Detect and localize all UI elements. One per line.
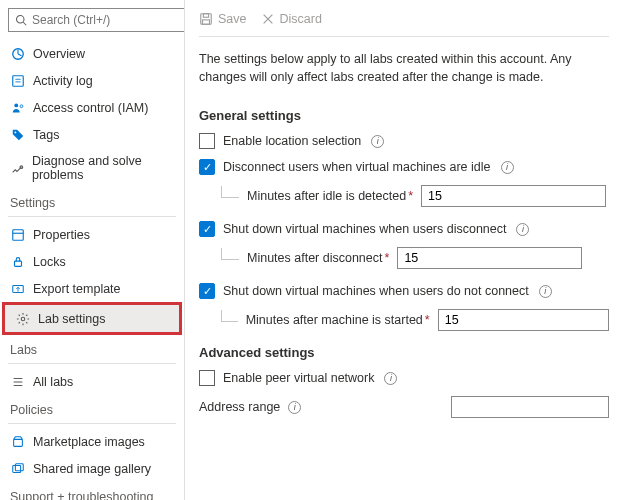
svg-rect-12 — [14, 261, 21, 266]
svg-rect-19 — [12, 465, 20, 472]
svg-rect-24 — [203, 14, 208, 18]
svg-line-1 — [23, 22, 26, 25]
info-icon[interactable]: i — [288, 401, 301, 414]
shutdown-disconnect-label: Shut down virtual machines when users di… — [223, 222, 506, 236]
shutdown-noconnect-label: Shut down virtual machines when users do… — [223, 284, 529, 298]
tags-icon — [10, 127, 25, 142]
svg-point-7 — [20, 104, 23, 107]
discard-button[interactable]: Discard — [261, 12, 322, 26]
sidebar-item-locks[interactable]: Locks — [0, 248, 184, 275]
sidebar-item-access-control[interactable]: Access control (IAM) — [0, 94, 184, 121]
nav-label: Diagnose and solve problems — [32, 154, 174, 182]
idle-minutes-input[interactable] — [421, 185, 606, 207]
svg-rect-10 — [12, 229, 23, 240]
disconnect-idle-checkbox[interactable]: ✓ — [199, 159, 215, 175]
disconnect-minutes-label: Minutes after disconnect — [247, 251, 383, 265]
nav-label: Properties — [33, 228, 90, 242]
svg-point-6 — [14, 103, 18, 107]
disconnect-minutes-input[interactable] — [397, 247, 582, 269]
svg-point-8 — [14, 131, 16, 133]
gallery-icon — [10, 461, 25, 476]
nav-label: Access control (IAM) — [33, 101, 148, 115]
nav-label: Overview — [33, 47, 85, 61]
sidebar-item-export-template[interactable]: Export template — [0, 275, 184, 302]
info-icon[interactable]: i — [501, 161, 514, 174]
info-icon[interactable]: i — [539, 285, 552, 298]
overview-icon — [10, 46, 25, 61]
save-icon — [199, 12, 213, 26]
save-button[interactable]: Save — [199, 12, 247, 26]
enable-location-checkbox[interactable] — [199, 133, 215, 149]
settings-description: The settings below apply to all labs cre… — [199, 37, 609, 104]
save-label: Save — [218, 12, 247, 26]
noconnect-minutes-input[interactable] — [438, 309, 609, 331]
search-box[interactable] — [8, 8, 185, 32]
enable-location-label: Enable location selection — [223, 134, 361, 148]
sidebar-item-all-labs[interactable]: All labs — [0, 368, 184, 395]
advanced-settings-title: Advanced settings — [199, 345, 609, 360]
nav-label: Activity log — [33, 74, 93, 88]
access-control-icon — [10, 100, 25, 115]
address-range-label: Address range — [199, 400, 280, 414]
sidebar-item-activity-log[interactable]: Activity log — [0, 67, 184, 94]
export-icon — [10, 281, 25, 296]
svg-rect-3 — [12, 75, 23, 86]
marketplace-icon — [10, 434, 25, 449]
sidebar-section-support: Support + troubleshooting — [0, 482, 184, 500]
diagnose-icon — [10, 161, 24, 176]
svg-rect-20 — [15, 463, 23, 470]
address-range-input[interactable] — [451, 396, 609, 418]
activity-log-icon — [10, 73, 25, 88]
main-panel: Save Discard The settings below apply to… — [185, 0, 623, 500]
nav-label: All labs — [33, 375, 73, 389]
properties-icon — [10, 227, 25, 242]
info-icon[interactable]: i — [516, 223, 529, 236]
general-settings-title: General settings — [199, 108, 609, 123]
disconnect-idle-label: Disconnect users when virtual machines a… — [223, 160, 491, 174]
nav-label: Tags — [33, 128, 59, 142]
info-icon[interactable]: i — [371, 135, 384, 148]
shutdown-noconnect-checkbox[interactable]: ✓ — [199, 283, 215, 299]
svg-point-14 — [21, 317, 25, 321]
sidebar-item-diagnose[interactable]: Diagnose and solve problems — [0, 148, 184, 188]
idle-minutes-label: Minutes after idle is detected — [247, 189, 406, 203]
sidebar-section-policies: Policies — [0, 395, 184, 421]
sidebar-item-marketplace-images[interactable]: Marketplace images — [0, 428, 184, 455]
svg-point-0 — [16, 16, 24, 24]
search-icon — [13, 13, 28, 28]
svg-rect-25 — [203, 20, 210, 24]
sidebar-section-labs: Labs — [0, 335, 184, 361]
nav-label: Export template — [33, 282, 121, 296]
noconnect-minutes-label: Minutes after machine is started — [246, 313, 423, 327]
sidebar-section-settings: Settings — [0, 188, 184, 214]
discard-label: Discard — [280, 12, 322, 26]
svg-rect-18 — [13, 439, 22, 446]
sidebar: « Overview Activity log Access control (… — [0, 0, 185, 500]
sidebar-item-properties[interactable]: Properties — [0, 221, 184, 248]
sidebar-item-shared-gallery[interactable]: Shared image gallery — [0, 455, 184, 482]
search-input[interactable] — [32, 13, 182, 27]
list-icon — [10, 374, 25, 389]
sidebar-item-tags[interactable]: Tags — [0, 121, 184, 148]
nav-label: Shared image gallery — [33, 462, 151, 476]
nav-label: Marketplace images — [33, 435, 145, 449]
toolbar: Save Discard — [199, 8, 609, 37]
nav-label: Lab settings — [38, 312, 105, 326]
sidebar-item-overview[interactable]: Overview — [0, 40, 184, 67]
lock-icon — [10, 254, 25, 269]
peer-vnet-checkbox[interactable] — [199, 370, 215, 386]
shutdown-disconnect-checkbox[interactable]: ✓ — [199, 221, 215, 237]
gear-icon — [15, 311, 30, 326]
sidebar-item-lab-settings[interactable]: Lab settings — [5, 305, 179, 332]
highlighted-lab-settings: Lab settings — [2, 302, 182, 335]
discard-icon — [261, 12, 275, 26]
info-icon[interactable]: i — [384, 372, 397, 385]
peer-vnet-label: Enable peer virtual network — [223, 371, 374, 385]
nav-label: Locks — [33, 255, 66, 269]
